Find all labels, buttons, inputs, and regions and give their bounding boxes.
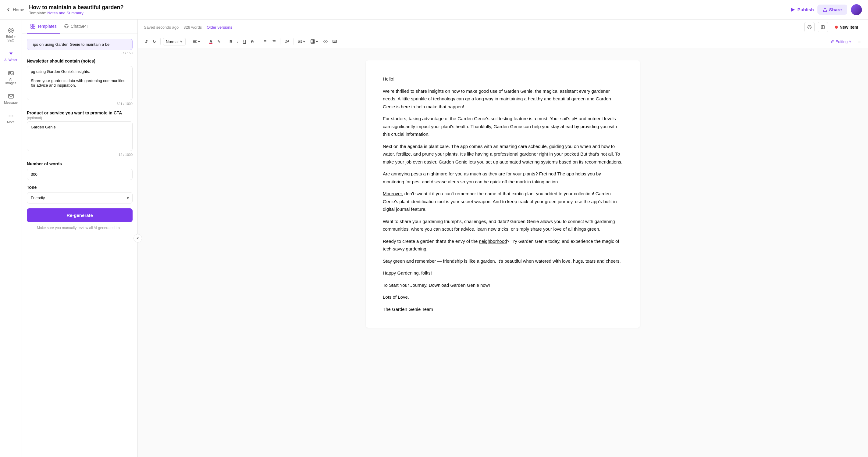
words-input[interactable] [27,169,132,180]
publish-button[interactable]: Publish [790,7,814,12]
toolbar-link[interactable] [283,37,291,46]
toolbar-redo[interactable]: ↻ [151,37,158,46]
style-selector[interactable]: Normal [163,38,186,46]
toolbar-strikethrough[interactable]: S [249,37,255,46]
template-char-count: 57 / 150 [27,51,132,55]
left-panel-wrapper: Templates ChatGPT 57 / 150 Newslette [22,20,138,457]
paragraph-11: Lots of Love, [383,293,623,301]
sidebar-label-brief-seo: Brief + SEO [4,35,18,42]
paragraph-8: Stay green and remember — friendship is … [383,257,623,265]
back-button[interactable]: Home [6,7,24,12]
paragraph-12: The Garden Genie Team [383,305,623,313]
toolbar-align[interactable] [191,37,203,46]
sidebar-item-message[interactable]: Message [2,90,20,107]
tone-select[interactable]: Friendly Professional Casual Formal [27,192,132,203]
svg-point-18 [807,25,811,29]
notes-label: Newsletter should contain (notes) [27,59,132,63]
svg-point-11 [10,116,11,117]
template-link[interactable]: Notes and Summary [47,11,84,15]
sidebar-item-ai-images[interactable]: AI Images [2,67,20,88]
svg-point-27 [263,41,263,42]
toolbar-bullets[interactable] [260,37,269,46]
notes-textarea-wrapper: pg using Garden Genie's insights. Share … [27,66,132,102]
toolbar-more-dots[interactable]: ··· [856,37,863,46]
action-icon-btn-1[interactable] [804,22,815,32]
toolbar-table[interactable] [309,37,320,46]
toolbar-image[interactable] [296,37,308,46]
editor-content: Hello! We're thrilled to share insights … [138,48,868,457]
share-button[interactable]: Share [817,5,847,15]
tone-select-wrapper: Friendly Professional Casual Formal [27,192,132,203]
style-label: Normal [166,39,179,44]
template-input[interactable] [27,39,132,50]
editor-meta: Saved seconds ago 328 words Older versio… [144,25,232,30]
svg-marker-0 [791,8,795,11]
toolbar-underline[interactable]: U [241,37,248,46]
editor-actions: New Item [804,22,862,32]
toolbar-text-color[interactable]: A [208,37,214,46]
toolbar-bold[interactable]: B [228,37,234,46]
notes-textarea[interactable]: pg using Garden Genie's insights. Share … [27,66,132,100]
sidebar-label-message: Message [4,101,18,104]
toolbar-undo[interactable]: ↺ [143,37,150,46]
cta-textarea[interactable]: Garden Genie [27,121,132,151]
toolbar-sep-6 [280,38,280,45]
svg-point-12 [12,116,13,117]
paragraph-3: Next on the agenda is plant care. The ap… [383,142,623,166]
share-label: Share [829,7,842,12]
sidebar-icons: Brief + SEO AI Writer AI Images Message [0,20,22,457]
toolbar-highlight[interactable]: ✎ [215,37,222,46]
disclaimer: Make sure you manually review all AI gen… [27,225,132,231]
paragraph-5: Moreover, don't sweat it if you can't re… [383,190,623,213]
cta-label: Product or service you want to promote i… [27,110,132,120]
sidebar-label-ai-images: AI Images [4,78,18,85]
regenerate-button[interactable]: Re-generate [27,208,132,222]
avatar[interactable] [851,4,862,15]
svg-point-3 [10,30,12,31]
editor-body[interactable]: Hello! We're thrilled to share insights … [366,60,640,327]
toolbar-numbered[interactable]: 1. [270,37,278,46]
svg-text:1.: 1. [272,40,273,41]
toolbar-italic[interactable]: I [235,37,240,46]
sidebar-item-ai-writer[interactable]: AI Writer [2,48,20,65]
new-item-dot [835,26,838,29]
toolbar-sep-2 [188,38,188,45]
back-label: Home [13,7,24,12]
svg-rect-16 [33,27,35,28]
cta-char-count: 12 / 1000 [27,153,132,156]
title-section: How to maintain a beautiful garden? Temp… [29,4,123,15]
toolbar-sep-1 [160,38,161,45]
svg-point-10 [8,116,9,117]
tab-templates-label: Templates [37,24,57,29]
toolbar-comment[interactable] [331,37,339,46]
paragraph-10: To Start Your Journey, Download Garden G… [383,281,623,289]
editor-topbar: Saved seconds ago 328 words Older versio… [138,20,868,35]
tab-chatgpt[interactable]: ChatGPT [60,20,92,33]
cta-textarea-wrapper: Garden Genie [27,121,132,153]
template-input-wrapper [27,39,132,50]
editor-toolbar: ↺ ↻ Normal A ✎ B I U S [138,35,868,48]
tab-chatgpt-label: ChatGPT [71,24,88,29]
action-icon-btn-2[interactable] [818,22,828,32]
svg-rect-15 [31,27,33,28]
tab-templates[interactable]: Templates [27,20,60,33]
publish-label: Publish [797,7,814,12]
collapse-panel-button[interactable] [133,234,142,242]
paragraph-7: Ready to create a garden that's the envy… [383,237,623,253]
sidebar-item-more[interactable]: More [2,110,20,127]
sidebar-item-brief-seo[interactable]: Brief + SEO [2,24,20,45]
toolbar-sep-7 [293,38,293,45]
panel-tabs: Templates ChatGPT [22,20,137,34]
new-item-label: New Item [840,25,858,30]
page-title: How to maintain a beautiful garden? [29,4,123,11]
toolbar-sep-8 [341,38,341,45]
older-versions-link[interactable]: Older versions [207,25,232,30]
editing-button[interactable]: Editing [828,38,855,45]
toolbar-sep-3 [205,38,205,45]
svg-rect-20 [821,26,825,29]
new-item-button[interactable]: New Item [831,23,862,31]
topbar: Home How to maintain a beautiful garden?… [0,0,868,20]
paragraph-1: We're thrilled to share insights on how … [383,87,623,111]
toolbar-embed[interactable] [321,37,330,46]
svg-rect-13 [31,24,33,26]
